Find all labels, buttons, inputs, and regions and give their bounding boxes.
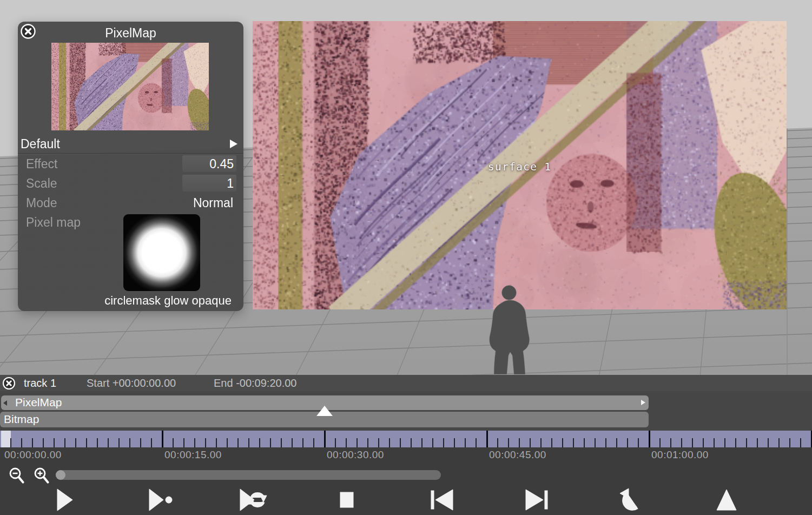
skip-to-end-button[interactable] [518,486,555,513]
play-icon [57,489,72,511]
play-button[interactable] [45,486,82,513]
ruler-tick-minor [205,438,206,447]
play-loop-icon [236,486,273,513]
track-start-time: Start +00:00:00.00 [87,375,176,391]
ruler-tick-minor [465,438,466,447]
ruler-tick-major [162,431,163,447]
pixel-map-thumbnail[interactable] [123,214,200,291]
person-silhouette [484,279,538,376]
ruler-tick-minor [32,438,33,447]
ruler-tick-minor [421,438,422,447]
effect-preview-thumbnail[interactable] [51,43,209,130]
ruler-tick-minor [595,438,596,447]
clip-label: Bitmap [4,413,39,425]
ruler-tick-minor [670,438,671,447]
ruler-tick-minor [346,438,347,447]
ruler-tick-minor [724,438,725,447]
ruler-timestamp: 00:00:45.00 [489,449,546,461]
zoom-out-button[interactable] [8,466,27,486]
skip-start-icon [424,486,460,513]
pixel-map-filename: circlemask glow opaque [104,294,232,308]
ruler-tick-major [324,431,326,447]
launch-button[interactable] [708,486,745,513]
ruler-tick-minor [735,438,736,447]
panel-title: PixelMap [18,26,243,41]
clip-lane-area: PixelMap Bitmap [0,391,812,431]
ruler-tick-minor [335,438,336,447]
ruler-tick-minor [140,438,141,447]
ruler-tick-minor [281,438,282,447]
ruler-tick-minor [43,438,44,447]
ruler-tick-minor [540,438,542,447]
ruler-tick-minor [97,438,98,447]
ruler-tick-minor [237,438,239,447]
pixel-map-label: Pixel map [26,215,81,230]
ruler-tick-minor [292,438,293,447]
ruler-tick-minor [129,438,130,447]
projection-surface[interactable]: surface 1 [253,21,787,309]
stop-button[interactable] [328,486,365,513]
ruler-tick-minor [443,438,444,447]
ruler-tick-minor [21,438,22,447]
surface-name-label: surface 1 [488,160,551,173]
scrollbar-handle[interactable] [56,470,65,480]
chevron-left-icon [3,400,7,406]
timeline-ruler[interactable] [0,431,812,447]
ruler-tick-minor [259,438,260,447]
ruler-tick-minor [151,438,152,447]
preset-selector[interactable]: Default [18,134,243,154]
expand-arrow-icon [230,140,237,148]
ruler-tick-minor [400,438,401,447]
ruler-tick-minor [714,438,715,447]
ruler-tick-minor [54,438,55,447]
timeline-console: track 1 Start +00:00:00.00 End -00:09:20… [0,375,812,515]
app-window: surface 1 PixelMap Default Effect 0.45 S… [0,0,812,515]
track-name: track 1 [24,375,56,391]
ruler-tick-major [486,431,488,447]
ruler-tick-minor [216,438,217,447]
ruler-tick-minor [367,438,368,447]
ruler-tick-minor [108,438,109,447]
ruler-tick-minor [551,438,552,447]
ruler-tick-minor [789,438,790,447]
ruler-tick-minor [118,438,120,447]
track-close-button[interactable] [2,377,16,390]
magnifier-plus-icon [35,468,48,483]
magnifier-minus-icon [10,468,23,483]
ruler-tick-minor [454,438,455,447]
playhead[interactable] [1,431,11,447]
thumbnail-texture [51,43,209,130]
timeline-scrollbar[interactable] [56,470,441,480]
ruler-tick-minor [194,438,195,447]
play-to-marker-button[interactable] [142,486,179,513]
play-dot-icon [142,486,179,513]
ruler-tick-minor [659,438,661,447]
ruler-tick-minor [183,438,184,447]
ruler-tick-minor [703,438,704,447]
return-arrow-icon [613,486,650,513]
ruler-tick-minor [519,438,520,447]
return-to-start-button[interactable] [613,486,650,513]
ruler-tick-minor [476,438,477,447]
keyframe-marker[interactable] [316,406,333,416]
mode-value-dropdown[interactable]: Normal [193,196,233,210]
ruler-tick-minor [768,438,769,447]
ruler-tick-minor [75,438,76,447]
scale-value-field[interactable]: 1 [182,175,236,192]
effect-value-field[interactable]: 0.45 [182,155,236,172]
loop-play-button[interactable] [236,486,273,513]
ruler-tick-minor [227,438,228,447]
ruler-tick-minor [64,438,65,447]
ruler-tick-minor [508,438,509,447]
ruler-tick-minor [10,438,11,447]
skip-to-start-button[interactable] [424,486,460,513]
ruler-tick-minor [605,438,606,447]
ruler-tick-minor [562,438,563,447]
effect-label: Effect [26,157,57,171]
ruler-tick-minor [573,438,574,447]
ruler-tick-major [649,431,650,447]
ruler-tick-minor [778,438,780,447]
ruler-tick-minor [681,438,682,447]
zoom-in-button[interactable] [32,466,52,486]
pixelmap-panel: PixelMap Default Effect 0.45 Scale 1 Mod… [18,22,243,311]
